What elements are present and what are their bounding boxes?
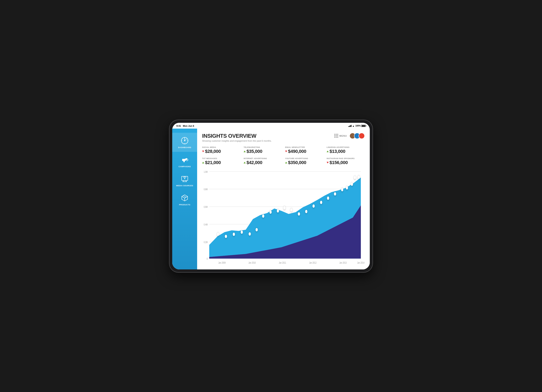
app-content: DASHBOARD CAMPAIGNS — [172, 129, 370, 269]
data-point-1 — [217, 233, 219, 236]
x-label-jan2014: Jan 2014 — [357, 261, 364, 264]
metric-telemarketing: TELEMARKETING $35,000 — [244, 145, 282, 155]
sidebar-item-products[interactable]: PRODUCTS — [172, 190, 197, 209]
sidebar-label-media-sources: MEDIA SOURCES — [176, 185, 193, 187]
signal-bars-icon — [348, 125, 352, 127]
data-point-17 — [334, 192, 336, 195]
products-icon — [180, 193, 189, 202]
battery-icon — [361, 125, 366, 127]
metric-arrow-email-newsletter — [285, 150, 287, 152]
metric-value-row-social-media: $28,000 — [202, 149, 240, 154]
data-point-18 — [341, 188, 343, 191]
metric-arrow-internet-advertising — [244, 162, 246, 163]
status-time: 9:41 — [176, 125, 181, 127]
battery-container: 100% — [355, 125, 366, 127]
data-point-16 — [327, 197, 329, 200]
metric-label-social-media: SOCIAL MEDIA — [202, 146, 240, 148]
data-point-20 — [351, 183, 353, 186]
data-point-3 — [233, 233, 235, 236]
signal-bar-3 — [350, 125, 351, 127]
sidebar-label-dashboard: DASHBOARD — [178, 146, 191, 149]
metric-label-txt-messages: TXT MESSAGES — [202, 157, 240, 160]
avatars-group — [349, 133, 365, 139]
battery-percent: 100% — [355, 125, 361, 127]
page-title: INSIGHTS OVERVIEW — [202, 133, 272, 139]
status-bar: 9:41 Mon Jun 6 ▲ 100% — [172, 123, 370, 129]
sidebar-item-dashboard[interactable]: DASHBOARD — [172, 133, 197, 152]
metric-txt-messages: TXT MESSAGES $21,000 — [202, 157, 240, 166]
data-point-8 — [270, 210, 272, 214]
signal-bar-2 — [349, 126, 350, 127]
sidebar-label-campaigns: CAMPAIGNS — [179, 166, 191, 168]
menu-dots-icon — [334, 134, 338, 138]
battery-fill — [362, 125, 365, 127]
metric-value-row-youtube-advertising: $350,000 — [285, 160, 323, 165]
sidebar-item-campaigns[interactable]: CAMPAIGNS — [172, 152, 197, 171]
device-frame: 9:41 Mon Jun 6 ▲ 100% — [169, 120, 373, 272]
header-left: INSIGHTS OVERVIEW Showing customer insig… — [202, 133, 272, 142]
menu-button[interactable]: MENU — [334, 134, 347, 138]
device-screen: 9:41 Mon Jun 6 ▲ 100% — [172, 123, 370, 269]
metric-arrow-telemarketing — [244, 150, 246, 152]
metric-value-instagram-paid: $156,000 — [330, 160, 348, 165]
data-point-13 — [305, 210, 307, 213]
status-date: Mon Jun 6 — [183, 125, 194, 127]
avatar-3 — [358, 133, 365, 139]
chart-svg: 1.0M 0.8M 0.6M 0.4M 0.2M 0 — [202, 169, 365, 266]
svg-line-9 — [186, 138, 187, 139]
signal-bar-4 — [351, 125, 352, 127]
metric-value-row-internet-advertising: $42,000 — [244, 160, 282, 165]
metric-arrow-youtube-advertising — [285, 162, 287, 163]
metric-email-newsletter: EMAIL NEWSLETTER $490,000 — [285, 145, 323, 155]
metric-value-linkedin-advertising: $13,000 — [330, 149, 345, 154]
menu-label: MENU — [340, 134, 347, 137]
x-label-jan2011: Jan 2011 — [279, 261, 286, 264]
metric-linkedin-advertising: LINKEDIN ADVERTISING $13,000 — [327, 145, 365, 155]
dashboard-icon — [180, 136, 189, 145]
header: INSIGHTS OVERVIEW Showing customer insig… — [202, 133, 365, 142]
data-point-4 — [241, 231, 243, 234]
metric-instagram-paid: INSTAGRAM PAID SPOSNORS $156,000 — [327, 157, 365, 166]
metric-social-media: SOCIAL MEDIA $28,000 — [202, 145, 240, 155]
header-right: MENU — [334, 133, 365, 139]
metric-value-row-telemarketing: $35,000 — [244, 149, 282, 154]
metric-arrow-linkedin-advertising — [327, 150, 329, 152]
metric-label-youtube-advertising: YOUTUBE ADVERTISING — [285, 157, 323, 160]
data-point-14 — [313, 204, 315, 208]
metric-label-email-newsletter: EMAIL NEWSLETTER — [285, 146, 323, 148]
data-point-15 — [320, 201, 322, 204]
x-label-jan2013: Jan 2013 — [339, 261, 347, 264]
main-content: INSIGHTS OVERVIEW Showing customer insig… — [197, 129, 370, 269]
y-label-0.8m: 0.8M — [204, 188, 208, 191]
svg-line-3 — [185, 139, 186, 141]
y-label-0: 0 — [207, 257, 208, 260]
metrics-grid: SOCIAL MEDIA $28,000 TELEMARKETING $35,0… — [202, 145, 365, 166]
sidebar: DASHBOARD CAMPAIGNS — [172, 129, 197, 269]
campaigns-icon — [180, 155, 189, 164]
metric-youtube-advertising: YOUTUBE ADVERTISING $350,000 — [285, 157, 323, 166]
data-point-2 — [225, 235, 227, 238]
data-point-10 — [283, 206, 286, 209]
metric-label-linkedin-advertising: LINKEDIN ADVERTISING — [327, 146, 365, 148]
data-point-11 — [290, 209, 292, 212]
y-label-0.4m: 0.4M — [204, 223, 208, 226]
sidebar-item-media-sources[interactable]: MEDIA SOURCES — [172, 171, 197, 190]
metric-value-telemarketing: $35,000 — [247, 149, 262, 154]
x-label-jan2009: Jan 2009 — [218, 261, 226, 264]
data-point-5 — [249, 232, 251, 235]
metric-arrow-txt-messages — [202, 162, 204, 163]
metric-value-youtube-advertising: $350,000 — [288, 160, 306, 165]
signal-bar-1 — [348, 126, 349, 127]
page-subtitle: Showing customer insights and engagement… — [202, 140, 272, 142]
data-point-22 — [358, 176, 360, 179]
metric-value-row-linkedin-advertising: $13,000 — [327, 149, 365, 154]
data-point-19 — [346, 186, 348, 189]
metric-arrow-social-media — [202, 150, 204, 152]
data-point-12 — [298, 212, 300, 215]
metric-value-txt-messages: $21,000 — [205, 160, 221, 165]
data-point-7 — [262, 215, 264, 218]
status-right-icons: ▲ 100% — [348, 125, 366, 127]
metric-value-row-txt-messages: $21,000 — [202, 160, 240, 165]
data-point-21 — [354, 176, 356, 179]
metric-value-row-instagram-paid: $156,000 — [327, 160, 365, 165]
